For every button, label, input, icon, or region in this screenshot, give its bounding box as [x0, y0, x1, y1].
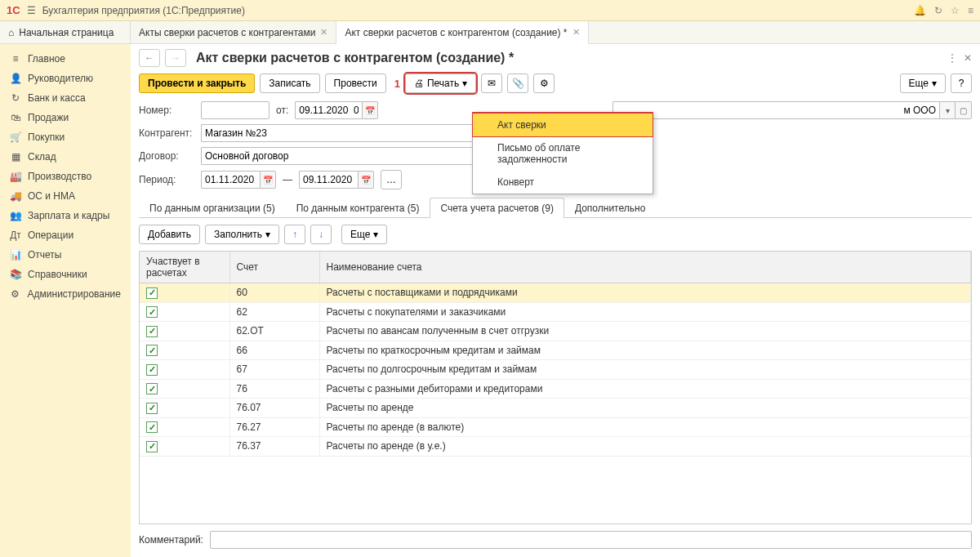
column-header[interactable]: Наименование счета	[319, 252, 971, 283]
sidebar-item[interactable]: 🚚ОС и НМА	[0, 186, 131, 206]
tab-bar: ⌂ Начальная страница Акты сверки расчето…	[0, 21, 980, 44]
menu-icon[interactable]: ☰	[27, 5, 36, 16]
sidebar-label: Склад	[28, 151, 56, 163]
add-button[interactable]: Добавить	[139, 225, 200, 244]
process-button[interactable]: ⚙	[533, 74, 555, 93]
close-icon[interactable]: ✕	[572, 27, 580, 38]
checkbox[interactable]: ✓	[146, 421, 158, 433]
tab-2[interactable]: Акт сверки расчетов с контрагентом (созд…	[336, 21, 588, 44]
table-row[interactable]: ✓67Расчеты по долгосрочным кредитам и за…	[140, 360, 971, 380]
bell-icon[interactable]: 🔔	[914, 5, 926, 16]
print-dropdown: Акт сверки Письмо об оплате задолженност…	[472, 112, 653, 194]
move-up-button[interactable]: ↑	[284, 225, 305, 244]
print-button[interactable]: 🖨 Печать ▾	[405, 74, 476, 93]
calendar-icon[interactable]: 📅	[358, 171, 374, 189]
table-row[interactable]: ✓66Расчеты по краткосрочным кредитам и з…	[140, 341, 971, 360]
sidebar-item[interactable]: 🏭Производство	[0, 167, 131, 186]
print-menu-item[interactable]: Конверт	[473, 171, 653, 194]
inner-tab[interactable]: Счета учета расчетов (9)	[430, 198, 564, 218]
move-down-button[interactable]: ↓	[310, 225, 332, 244]
checkbox[interactable]: ✓	[146, 403, 158, 414]
close-icon[interactable]: ✕	[320, 27, 327, 38]
sidebar-label: Главное	[28, 53, 65, 65]
accounts-table: Участвует в расчетахСчетНаименование сче…	[139, 251, 972, 524]
post-and-close-button[interactable]: Провести и закрыть	[139, 74, 255, 93]
history-icon[interactable]: ↻	[934, 5, 942, 16]
sidebar-icon: ↻	[10, 92, 21, 104]
table-row[interactable]: ✓60Расчеты с поставщиками и подрядчиками	[140, 283, 971, 303]
sidebar-item[interactable]: 👤Руководителю	[0, 69, 131, 88]
column-header[interactable]: Участвует в расчетах	[140, 252, 229, 283]
inner-tab[interactable]: По данным контрагента (5)	[286, 198, 430, 218]
chevron-down-icon: ▾	[373, 229, 378, 240]
checkbox[interactable]: ✓	[146, 306, 158, 318]
name-cell: Расчеты по долгосрочным кредитам и займа…	[319, 360, 971, 380]
period-label: Период:	[139, 174, 194, 185]
sidebar-item[interactable]: ДтОперации	[0, 225, 131, 245]
email-button[interactable]: ✉	[481, 74, 502, 93]
table-row[interactable]: ✓62.ОТРасчеты по авансам полученным в сч…	[140, 322, 971, 341]
period-to-input[interactable]	[299, 171, 358, 189]
home-tab[interactable]: ⌂ Начальная страница	[0, 21, 131, 43]
checkbox[interactable]: ✓	[146, 441, 158, 452]
forward-button[interactable]: →	[165, 49, 186, 67]
envelope-icon: ✉	[488, 78, 496, 89]
open-icon[interactable]: ▢	[956, 101, 972, 119]
sidebar-item[interactable]: 👥Зарплата и кадры	[0, 206, 131, 225]
attach-button[interactable]: 📎	[507, 74, 528, 93]
period-select-button[interactable]: …	[381, 170, 402, 189]
sidebar-item[interactable]: 🛒Покупки	[0, 127, 131, 147]
kebab-icon[interactable]: ⋮	[947, 52, 957, 64]
sidebar-label: Администрирование	[28, 288, 121, 300]
sidebar-item[interactable]: 🛍Продажи	[0, 108, 131, 127]
sidebar-item[interactable]: ▦Склад	[0, 147, 131, 167]
calendar-icon[interactable]: 📅	[362, 101, 378, 119]
sidebar-item[interactable]: ≡Главное	[0, 49, 131, 69]
account-cell: 76.27	[229, 417, 319, 437]
back-button[interactable]: ←	[139, 49, 160, 67]
callout-marker: 1	[394, 78, 400, 90]
sidebar-item[interactable]: 📊Отчеты	[0, 245, 131, 265]
comment-input[interactable]	[210, 531, 972, 549]
checkbox[interactable]: ✓	[146, 383, 158, 394]
checkbox[interactable]: ✓	[146, 287, 158, 299]
help-button[interactable]: ?	[951, 74, 972, 93]
sidebar-label: Банк и касса	[28, 92, 86, 104]
checkbox[interactable]: ✓	[146, 326, 158, 337]
sidebar-label: Руководителю	[28, 73, 93, 84]
date-input[interactable]	[295, 101, 362, 119]
more-button[interactable]: Еще ▾	[341, 225, 387, 244]
sidebar-item[interactable]: ↻Банк и касса	[0, 88, 131, 108]
number-input[interactable]	[201, 101, 270, 119]
inner-tab[interactable]: Дополнительно	[564, 198, 656, 218]
organization-input[interactable]	[612, 101, 939, 119]
calendar-icon[interactable]: 📅	[260, 171, 276, 189]
inner-tab[interactable]: По данным организации (5)	[139, 198, 286, 218]
settings-icon[interactable]: ≡	[968, 5, 973, 16]
star-icon[interactable]: ☆	[951, 5, 960, 16]
printer-icon: 🖨	[414, 78, 424, 89]
tab-1[interactable]: Акты сверки расчетов с контрагентами ✕	[131, 21, 336, 43]
dash: —	[283, 174, 292, 185]
checkbox[interactable]: ✓	[146, 345, 158, 356]
checkbox[interactable]: ✓	[146, 364, 158, 376]
chevron-down-icon: ▾	[462, 78, 467, 89]
print-menu-item[interactable]: Акт сверки	[473, 114, 653, 136]
sidebar-item[interactable]: ⚙Администрирование	[0, 284, 131, 304]
post-button[interactable]: Провести	[325, 74, 386, 93]
column-header[interactable]: Счет	[229, 252, 319, 283]
name-cell: Расчеты с покупателями и заказчиками	[319, 302, 971, 322]
table-row[interactable]: ✓76.27Расчеты по аренде (в валюте)	[140, 417, 971, 437]
table-row[interactable]: ✓76Расчеты с разными дебиторами и кредит…	[140, 379, 971, 399]
table-row[interactable]: ✓62Расчеты с покупателями и заказчиками	[140, 302, 971, 322]
close-icon[interactable]: ✕	[964, 52, 972, 64]
sidebar-item[interactable]: 📚Справочники	[0, 265, 131, 284]
table-row[interactable]: ✓76.37Расчеты по аренде (в у.е.)	[140, 437, 971, 457]
print-menu-item[interactable]: Письмо об оплате задолженности	[473, 136, 653, 171]
save-button[interactable]: Записать	[260, 74, 319, 93]
more-button[interactable]: Еще ▾	[900, 74, 946, 93]
table-row[interactable]: ✓76.07Расчеты по аренде	[140, 399, 971, 418]
period-from-input[interactable]	[201, 171, 260, 189]
dropdown-icon[interactable]: ▾	[939, 101, 956, 119]
fill-button[interactable]: Заполнить ▾	[205, 225, 279, 244]
